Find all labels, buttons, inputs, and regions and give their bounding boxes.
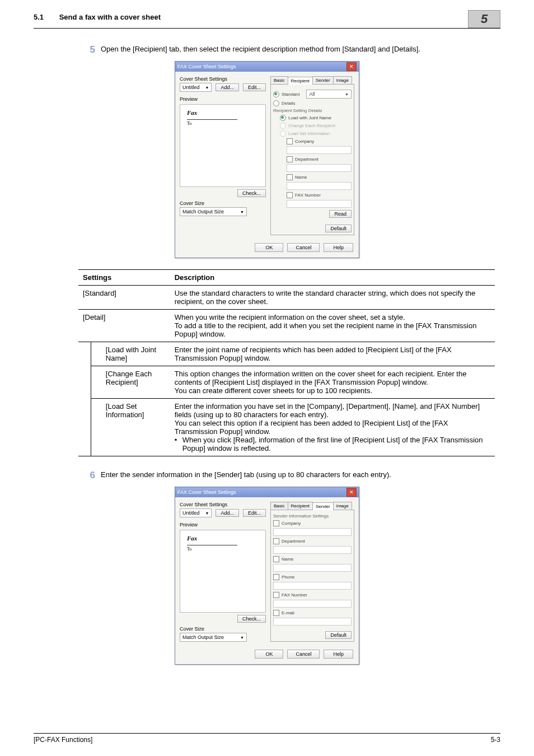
read-button[interactable]: Read [329,210,352,218]
cover-size-label2: Cover Size [180,626,266,632]
name-input2[interactable] [273,564,352,572]
row-standard-desc: Use the standard characters to write the… [170,286,495,310]
checkbox-company[interactable]: Company [287,138,352,144]
row-loadjoint-label: [Load with Joint Name] [91,342,170,366]
th-description: Description [170,270,495,286]
sender-info-settings-label: Sender Information Settings [273,514,352,519]
close-icon[interactable]: ✕ [346,488,357,497]
radio-load-set: Load Set Information [280,130,352,137]
tab-basic[interactable]: Basic [270,76,288,84]
tab-sender2[interactable]: Sender [312,502,334,510]
cover-sheet-settings-label2: Cover Sheet Settings [180,502,266,507]
checkbox-department[interactable]: Department [287,156,352,162]
cover-sheet-settings-label: Cover Sheet Settings [180,76,266,82]
cover-size-select[interactable]: Match Output Size▼ [180,207,247,216]
row-changeeach-desc: This option changes the information writ… [170,366,495,399]
ok-button[interactable]: OK [255,243,283,252]
default-button2[interactable]: Default [325,631,352,639]
checkbox-company2[interactable]: Company [273,520,352,526]
department-input2[interactable] [273,546,352,554]
preview-pane: Fax To [180,104,266,187]
close-icon[interactable]: ✕ [346,62,357,71]
dialog2-title: FAX Cover Sheet Settings [177,489,236,495]
check-button[interactable]: Check... [237,189,266,197]
row-standard-label: [Standard] [78,286,170,310]
chapter-badge: 5 [468,10,500,28]
cover-sheet-select[interactable]: Untitled▼ [180,83,212,92]
section-number: 5.1 [34,13,44,21]
checkbox-name[interactable]: Name [287,174,352,180]
section-title: Send a fax with a cover sheet [59,13,161,21]
dialog-title: FAX Cover Sheet Settings [177,64,236,69]
cancel-button2[interactable]: Cancel [287,650,320,659]
checkbox-faxnumber2[interactable]: FAX Number [273,592,352,598]
company-input2[interactable] [273,528,352,536]
department-input[interactable] [287,164,352,172]
help-button[interactable]: Help [324,243,353,252]
tab-image2[interactable]: Image [333,502,352,510]
tab-basic2[interactable]: Basic [270,502,288,510]
faxnumber-input2[interactable] [273,600,352,608]
cover-size-label: Cover Size [180,200,266,206]
edit-button2[interactable]: Edit... [243,509,266,517]
ok-button2[interactable]: OK [255,650,283,659]
check-button2[interactable]: Check... [237,615,266,623]
step6-text: Enter the sender information in the [Sen… [101,470,391,480]
default-button[interactable]: Default [325,225,352,232]
preview-label: Preview [180,96,266,102]
radio-load-joint[interactable]: Load with Joint Name [280,115,352,121]
radio-standard[interactable]: Standard All▼ [273,90,352,99]
row-changeeach-label: [Change Each Recipient] [91,366,170,399]
edit-button[interactable]: Edit... [243,83,266,91]
tab-recipient2[interactable]: Recipient [288,502,313,510]
cancel-button[interactable]: Cancel [287,243,320,252]
step5-number: 5 [78,44,95,55]
row-detail-desc: When you write the recipient information… [170,310,495,342]
preview-label2: Preview [180,522,266,528]
radio-change-each: Change Each Recipient [280,123,352,129]
row-loadset-label: [Load Set Information] [91,399,170,456]
add-button[interactable]: Add... [216,83,239,91]
row-loadjoint-desc: Enter the joint name of recipients which… [170,342,495,366]
cover-sheet-select2[interactable]: Untitled▼ [180,508,212,517]
dialog-recipient: FAX Cover Sheet Settings ✕ Cover Sheet S… [175,61,359,258]
radio-details[interactable]: Details [273,100,352,106]
checkbox-faxnumber[interactable]: FAX Number [287,192,352,198]
checkbox-email[interactable]: E-mail [273,610,352,616]
add-button2[interactable]: Add... [216,509,239,517]
step6-number: 6 [78,470,95,481]
name-input[interactable] [287,182,352,190]
row-detail-label: [Detail] [78,310,170,342]
recipient-setting-details-label: Recipient Setting Details [273,108,352,113]
footer-left: [PC-FAX Functions] [34,736,92,744]
email-input[interactable] [273,618,352,626]
cover-size-select2[interactable]: Match Output Size▼ [180,633,247,642]
tab-recipient[interactable]: Recipient [288,77,313,85]
dialog-sender: FAX Cover Sheet Settings ✕ Cover Sheet S… [175,487,359,665]
tab-image[interactable]: Image [333,76,352,84]
tab-sender[interactable]: Sender [312,76,334,84]
preview-pane2: Fax To [180,530,266,613]
checkbox-phone[interactable]: Phone [273,574,352,580]
row-loadset-desc: Enter the information you have set in th… [170,399,495,456]
step5-text: Open the [Recipient] tab, then select th… [101,44,420,54]
th-settings: Settings [78,270,170,286]
settings-table: Settings Description [Standard] Use the … [78,269,495,456]
phone-input[interactable] [273,582,352,590]
faxnumber-input[interactable] [287,200,352,208]
footer-right: 5-3 [491,736,500,744]
checkbox-department2[interactable]: Department [273,538,352,544]
checkbox-name2[interactable]: Name [273,556,352,562]
help-button2[interactable]: Help [324,650,353,659]
company-input[interactable] [287,146,352,154]
